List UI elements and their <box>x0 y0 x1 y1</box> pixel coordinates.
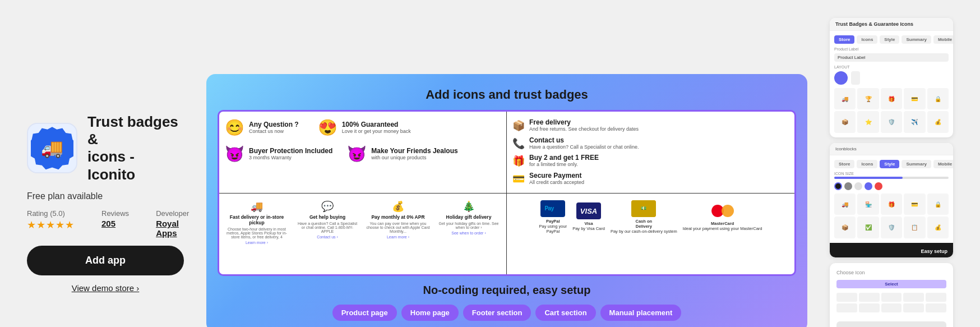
badge-1-info: Any Question ? Contact us now <box>249 121 299 135</box>
delivery-desc-4: Get your holiday gifts on time. See when… <box>437 222 501 229</box>
free-plan-label: Free plan available <box>27 191 184 201</box>
bottom-left-row: 😈 Buyer Protection Included 3 months War… <box>225 145 501 163</box>
tab-icons[interactable]: Icons <box>857 35 877 44</box>
tab2-style[interactable]: Style <box>880 160 899 168</box>
icon-size-slider[interactable] <box>834 177 949 179</box>
reviews-count[interactable]: 205 <box>101 219 129 228</box>
color-red[interactable] <box>875 182 882 190</box>
right-badge-3-info: Buy 2 and get 1 FREE for a limited time … <box>529 154 599 168</box>
badge-3-desc: 3 months Warranty <box>249 155 332 162</box>
rating-label: Rating (5.0) <box>27 209 75 218</box>
developer-name[interactable]: Royal Apps <box>156 219 189 238</box>
right-badge-1-info: Free delivery And free returns. See chec… <box>529 118 639 133</box>
right-badge-2: 📞 Contact us Have a question? Call a Spe… <box>512 136 789 151</box>
color-black[interactable] <box>834 182 842 190</box>
badge-2-icon: 😍 <box>318 118 338 137</box>
tab-store[interactable]: Store <box>834 35 854 44</box>
layout-rect[interactable] <box>851 71 860 85</box>
mastercard-logo <box>710 202 735 219</box>
learn-more-1[interactable]: Learn more › <box>246 241 268 245</box>
pill-home-page[interactable]: Home page <box>401 305 459 321</box>
bg-icon-9 <box>903 303 924 312</box>
tab2-summary[interactable]: Summary <box>902 160 931 168</box>
pill-cart-section[interactable]: Cart section <box>535 305 595 321</box>
preview2-icon-2: 🏪 <box>857 194 879 215</box>
pill-footer-section[interactable]: Footer section <box>463 305 531 321</box>
center-panel: Add icons and trust badges 😊 Any Questio… <box>206 74 807 327</box>
mastercard-payment: MasterCardIdeal your payment using your … <box>683 202 762 231</box>
product-label-input[interactable]: Product Label <box>834 53 949 62</box>
preview-icon-4: 💳 <box>904 88 925 109</box>
badge-2-info: 100% Guaranteed Love it or get your mone… <box>342 121 411 135</box>
right-badge-2-info: Contact us Have a question? Call a Speci… <box>529 136 639 151</box>
preview-icon-8: 🛡️ <box>881 111 902 132</box>
right-badge-3-icon: 🎁 <box>512 155 525 167</box>
badge-3-title: Buyer Protection Included <box>249 147 332 155</box>
select-btn[interactable]: Select <box>836 280 946 288</box>
delivery-icon-1: 🚚 <box>251 200 263 213</box>
preview-icon-2: 🏆 <box>857 88 879 109</box>
preview2-icon-6: 📦 <box>834 217 856 238</box>
pill-product-page[interactable]: Product page <box>332 305 397 321</box>
preview-card-1-header: Trust Badges & Guarantee Icons <box>830 18 953 31</box>
badges-grid: 😊 Any Question ? Contact us now 😍 100% G… <box>218 110 796 276</box>
preview-icon-7: ⭐ <box>857 111 879 132</box>
right-badge-2-title: Contact us <box>529 136 639 144</box>
pill-manual-placement[interactable]: Manual placement <box>600 305 682 321</box>
preview-card-2-subtitle: Iconblocks <box>835 146 857 151</box>
tab-summary[interactable]: Summary <box>902 35 931 44</box>
choose-icon-label: Choose Icon <box>836 270 946 275</box>
right-badge-4-icon: 💳 <box>512 173 525 185</box>
see-when-link[interactable]: See when to order › <box>451 231 486 235</box>
layout-circle[interactable] <box>834 71 848 85</box>
right-badge-2-icon: 📞 <box>512 137 525 150</box>
bg-icon-10 <box>926 303 946 312</box>
delivery-desc-3: You can pay over time when you choose to… <box>366 222 430 233</box>
color-light[interactable] <box>854 182 862 190</box>
badge-1-desc: Contact us now <box>249 128 299 135</box>
bg-icon-7 <box>859 303 880 312</box>
color-purple[interactable] <box>865 182 872 190</box>
preview-icon-grid: 🚚 🏆 🎁 💳 🔒 📦 ⭐ 🛡️ ✈️ 💰 <box>834 88 949 133</box>
bg-icon-4 <box>903 293 924 302</box>
preview-card-1-body: Store Icons Style Summary Mobile Product… <box>830 31 953 137</box>
badge-4-icon: 😈 <box>347 145 367 163</box>
preview-card-2-header: Iconblocks <box>830 143 953 155</box>
tab2-store[interactable]: Store <box>834 160 854 168</box>
delivery-icon-2: 💬 <box>321 200 334 213</box>
preview2-icon-10: 💰 <box>927 217 949 238</box>
color-gray[interactable] <box>844 182 852 190</box>
tab-style[interactable]: Style <box>880 35 899 44</box>
badge-3: 😈 Buyer Protection Included 3 months War… <box>225 145 332 163</box>
demo-link[interactable]: View demo store › <box>27 283 184 293</box>
grid-cell-bottom-right: PayPal PayPalPay using yourPayPal VISA V… <box>507 193 794 274</box>
icon-size-label: ICON SIZE <box>834 172 949 176</box>
cash-payment: 💵 Cash onDeliveryPay by our cash-on-deli… <box>611 200 677 234</box>
bg-icon-8 <box>881 303 902 312</box>
preview2-icon-8: 🛡️ <box>881 217 902 238</box>
mc-yellow-circle <box>722 205 734 217</box>
tab2-mobile[interactable]: Mobile <box>933 160 953 168</box>
badge-3-icon: 😈 <box>225 145 244 163</box>
preview-icon-5: 🔒 <box>927 88 949 109</box>
add-app-button[interactable]: Add app <box>27 246 184 275</box>
developer-label: Developer <box>156 209 189 218</box>
badge-1-icon: 😊 <box>225 118 244 137</box>
no-coding-text: No-coding required, easy setup <box>218 284 796 297</box>
placement-pills: Product page Home page Footer section Ca… <box>218 305 796 321</box>
preview-icon-10: 💰 <box>927 111 949 132</box>
layout-label: LAYOUT <box>834 65 949 69</box>
contact-us-link[interactable]: Contact us › <box>317 235 338 239</box>
right-badge-1-icon: 📦 <box>512 119 525 132</box>
badge-2: 😍 100% Guaranteed Love it or get your mo… <box>318 118 411 137</box>
preview-icon-1: 🚚 <box>834 88 856 109</box>
badge-4-title: Make Your Friends Jealous <box>371 147 457 155</box>
learn-more-2[interactable]: Learn more › <box>387 235 409 239</box>
tab-mobile[interactable]: Mobile <box>933 35 953 44</box>
bg-icon-1 <box>836 293 857 302</box>
right-badge-4-title: Secure Payment <box>529 172 584 179</box>
right-badges-list: 📦 Free delivery And free returns. See ch… <box>512 118 789 186</box>
tab2-icons[interactable]: Icons <box>857 160 877 168</box>
right-badge-3-title: Buy 2 and get 1 FREE <box>529 154 599 162</box>
bottom-left-delivery-icons: 🚚 Fast delivery or in-store pickup Choos… <box>225 200 501 245</box>
